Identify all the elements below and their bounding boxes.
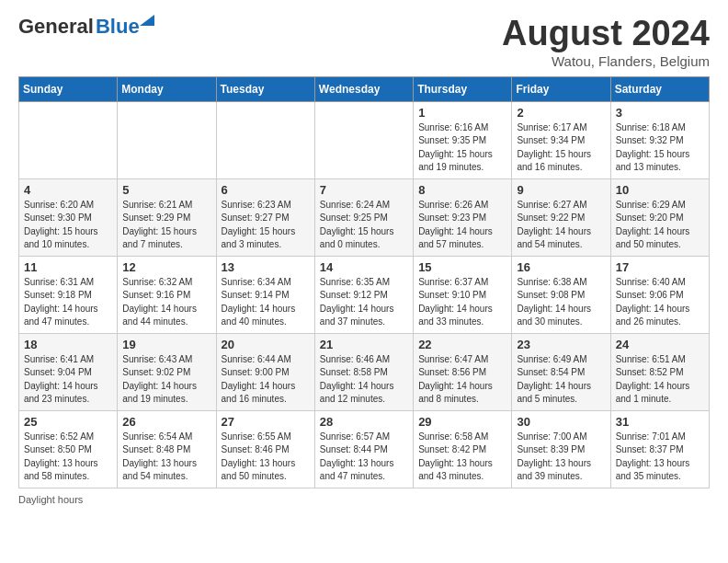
logo-general-text: General xyxy=(18,15,94,39)
calendar-cell: 20Sunrise: 6:44 AM Sunset: 9:00 PM Dayli… xyxy=(216,333,314,410)
daylight-label: Daylight hours xyxy=(18,494,83,505)
calendar-cell: 21Sunrise: 6:46 AM Sunset: 8:58 PM Dayli… xyxy=(314,333,413,410)
day-number: 29 xyxy=(418,415,506,429)
day-info: Sunrise: 6:46 AM Sunset: 8:58 PM Dayligh… xyxy=(320,353,408,407)
day-info: Sunrise: 6:37 AM Sunset: 9:10 PM Dayligh… xyxy=(418,276,506,329)
calendar-cell: 4Sunrise: 6:20 AM Sunset: 9:30 PM Daylig… xyxy=(19,178,118,256)
day-info: Sunrise: 6:58 AM Sunset: 8:42 PM Dayligh… xyxy=(418,431,506,484)
calendar-cell xyxy=(314,101,413,178)
calendar-cell: 31Sunrise: 7:01 AM Sunset: 8:37 PM Dayli… xyxy=(610,410,709,488)
day-number: 4 xyxy=(24,183,112,197)
day-number: 3 xyxy=(616,106,704,120)
day-info: Sunrise: 6:16 AM Sunset: 9:35 PM Dayligh… xyxy=(418,121,506,175)
calendar-cell: 19Sunrise: 6:43 AM Sunset: 9:02 PM Dayli… xyxy=(118,333,216,410)
day-info: Sunrise: 6:40 AM Sunset: 9:06 PM Dayligh… xyxy=(616,276,704,329)
day-info: Sunrise: 6:43 AM Sunset: 9:02 PM Dayligh… xyxy=(122,353,210,407)
day-number: 26 xyxy=(122,415,210,429)
title-area: August 2024 Watou, Flanders, Belgium xyxy=(502,15,710,69)
day-info: Sunrise: 6:49 AM Sunset: 8:54 PM Dayligh… xyxy=(517,353,605,407)
calendar-cell: 5Sunrise: 6:21 AM Sunset: 9:29 PM Daylig… xyxy=(118,178,216,256)
calendar-header-sunday: Sunday xyxy=(19,76,118,101)
logo-icon xyxy=(140,13,154,28)
day-info: Sunrise: 6:20 AM Sunset: 9:30 PM Dayligh… xyxy=(24,199,112,252)
calendar-cell: 3Sunrise: 6:18 AM Sunset: 9:32 PM Daylig… xyxy=(610,101,709,178)
day-number: 5 xyxy=(122,183,210,197)
calendar-cell: 16Sunrise: 6:38 AM Sunset: 9:08 PM Dayli… xyxy=(512,256,610,333)
day-info: Sunrise: 6:51 AM Sunset: 8:52 PM Dayligh… xyxy=(616,353,704,407)
calendar-cell: 11Sunrise: 6:31 AM Sunset: 9:18 PM Dayli… xyxy=(19,256,118,333)
calendar-header-saturday: Saturday xyxy=(610,76,709,101)
day-info: Sunrise: 6:54 AM Sunset: 8:48 PM Dayligh… xyxy=(122,431,210,484)
logo: General Blue xyxy=(18,15,140,39)
calendar-header-monday: Monday xyxy=(118,76,216,101)
day-info: Sunrise: 6:29 AM Sunset: 9:20 PM Dayligh… xyxy=(616,199,704,252)
calendar-cell: 10Sunrise: 6:29 AM Sunset: 9:20 PM Dayli… xyxy=(610,178,709,256)
calendar-cell: 8Sunrise: 6:26 AM Sunset: 9:23 PM Daylig… xyxy=(414,178,512,256)
month-year-title: August 2024 xyxy=(502,15,710,53)
calendar-cell: 22Sunrise: 6:47 AM Sunset: 8:56 PM Dayli… xyxy=(414,333,512,410)
calendar-week-row: 4Sunrise: 6:20 AM Sunset: 9:30 PM Daylig… xyxy=(19,178,710,256)
day-number: 17 xyxy=(616,260,704,274)
day-number: 28 xyxy=(320,415,408,429)
day-number: 15 xyxy=(418,260,506,274)
day-number: 31 xyxy=(616,415,704,429)
calendar-cell: 17Sunrise: 6:40 AM Sunset: 9:06 PM Dayli… xyxy=(610,256,709,333)
day-number: 20 xyxy=(222,338,310,351)
day-number: 10 xyxy=(616,183,704,197)
calendar-cell: 18Sunrise: 6:41 AM Sunset: 9:04 PM Dayli… xyxy=(19,333,118,410)
day-info: Sunrise: 6:52 AM Sunset: 8:50 PM Dayligh… xyxy=(24,431,112,484)
day-number: 22 xyxy=(418,338,506,351)
day-info: Sunrise: 6:32 AM Sunset: 9:16 PM Dayligh… xyxy=(122,276,210,329)
day-number: 8 xyxy=(418,183,506,197)
day-number: 19 xyxy=(122,338,210,351)
footer-note: Daylight hours xyxy=(18,494,710,505)
day-info: Sunrise: 6:26 AM Sunset: 9:23 PM Dayligh… xyxy=(418,199,506,252)
day-info: Sunrise: 6:57 AM Sunset: 8:44 PM Dayligh… xyxy=(320,431,408,484)
calendar-cell: 26Sunrise: 6:54 AM Sunset: 8:48 PM Dayli… xyxy=(118,410,216,488)
calendar-cell: 15Sunrise: 6:37 AM Sunset: 9:10 PM Dayli… xyxy=(414,256,512,333)
day-number: 14 xyxy=(320,260,408,274)
day-info: Sunrise: 6:41 AM Sunset: 9:04 PM Dayligh… xyxy=(24,353,112,407)
logo-blue-text: Blue xyxy=(96,15,140,38)
day-info: Sunrise: 6:35 AM Sunset: 9:12 PM Dayligh… xyxy=(320,276,408,329)
day-number: 25 xyxy=(24,415,112,429)
calendar-cell: 24Sunrise: 6:51 AM Sunset: 8:52 PM Dayli… xyxy=(610,333,709,410)
calendar-week-row: 11Sunrise: 6:31 AM Sunset: 9:18 PM Dayli… xyxy=(19,256,710,333)
day-number: 2 xyxy=(517,106,605,120)
day-info: Sunrise: 6:24 AM Sunset: 9:25 PM Dayligh… xyxy=(320,199,408,252)
calendar-header-friday: Friday xyxy=(512,76,610,101)
day-number: 7 xyxy=(320,183,408,197)
calendar-cell: 13Sunrise: 6:34 AM Sunset: 9:14 PM Dayli… xyxy=(216,256,314,333)
day-number: 9 xyxy=(517,183,605,197)
day-number: 1 xyxy=(418,106,506,120)
day-info: Sunrise: 6:34 AM Sunset: 9:14 PM Dayligh… xyxy=(222,276,310,329)
day-info: Sunrise: 6:31 AM Sunset: 9:18 PM Dayligh… xyxy=(24,276,112,329)
calendar-cell: 7Sunrise: 6:24 AM Sunset: 9:25 PM Daylig… xyxy=(314,178,413,256)
calendar-header-wednesday: Wednesday xyxy=(314,76,413,101)
day-number: 18 xyxy=(24,338,112,351)
calendar-cell: 14Sunrise: 6:35 AM Sunset: 9:12 PM Dayli… xyxy=(314,256,413,333)
calendar-cell: 30Sunrise: 7:00 AM Sunset: 8:39 PM Dayli… xyxy=(512,410,610,488)
calendar-header-row: SundayMondayTuesdayWednesdayThursdayFrid… xyxy=(19,76,710,101)
calendar-cell: 1Sunrise: 6:16 AM Sunset: 9:35 PM Daylig… xyxy=(414,101,512,178)
calendar-cell: 6Sunrise: 6:23 AM Sunset: 9:27 PM Daylig… xyxy=(216,178,314,256)
day-info: Sunrise: 6:21 AM Sunset: 9:29 PM Dayligh… xyxy=(122,199,210,252)
calendar-header-tuesday: Tuesday xyxy=(216,76,314,101)
calendar-cell: 2Sunrise: 6:17 AM Sunset: 9:34 PM Daylig… xyxy=(512,101,610,178)
calendar-week-row: 1Sunrise: 6:16 AM Sunset: 9:35 PM Daylig… xyxy=(19,101,710,178)
header: General Blue August 2024 Watou, Flanders… xyxy=(18,15,710,69)
svg-marker-0 xyxy=(140,15,154,26)
day-info: Sunrise: 7:00 AM Sunset: 8:39 PM Dayligh… xyxy=(517,431,605,484)
day-info: Sunrise: 6:18 AM Sunset: 9:32 PM Dayligh… xyxy=(616,121,704,175)
calendar-cell xyxy=(19,101,118,178)
day-number: 16 xyxy=(517,260,605,274)
day-number: 12 xyxy=(122,260,210,274)
day-info: Sunrise: 6:55 AM Sunset: 8:46 PM Dayligh… xyxy=(222,431,310,484)
calendar-cell: 25Sunrise: 6:52 AM Sunset: 8:50 PM Dayli… xyxy=(19,410,118,488)
day-info: Sunrise: 6:27 AM Sunset: 9:22 PM Dayligh… xyxy=(517,199,605,252)
calendar-week-row: 18Sunrise: 6:41 AM Sunset: 9:04 PM Dayli… xyxy=(19,333,710,410)
calendar-cell: 27Sunrise: 6:55 AM Sunset: 8:46 PM Dayli… xyxy=(216,410,314,488)
calendar-week-row: 25Sunrise: 6:52 AM Sunset: 8:50 PM Dayli… xyxy=(19,410,710,488)
calendar-table: SundayMondayTuesdayWednesdayThursdayFrid… xyxy=(18,76,710,488)
day-number: 13 xyxy=(222,260,310,274)
